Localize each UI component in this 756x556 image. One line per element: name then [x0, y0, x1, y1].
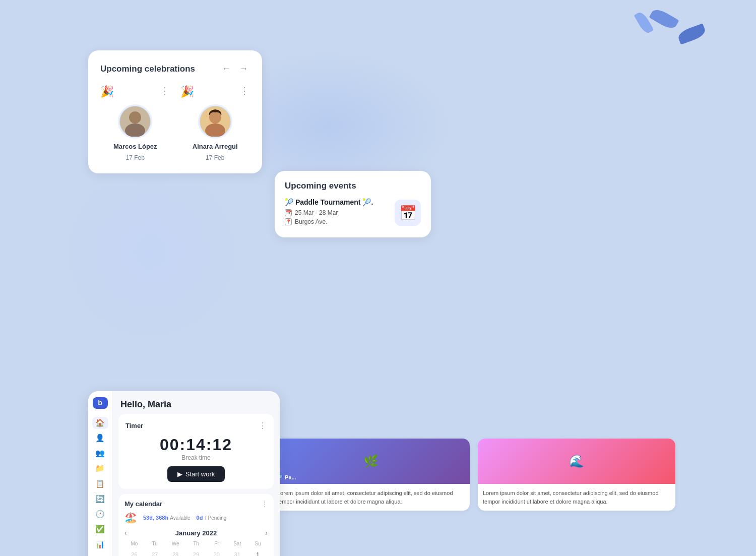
bulletin-item-2: 🌊 Lorem ipsum dolor sit amet, consectetu…	[478, 439, 675, 511]
cal-day[interactable]: 30	[211, 548, 223, 556]
day-header-tu: Tu	[145, 540, 165, 547]
cal-next-btn[interactable]: ›	[265, 529, 268, 537]
sidebar-item-home[interactable]: 🏠	[92, 417, 108, 429]
app-header: Hello, Maria	[112, 391, 280, 414]
celebrations-prev[interactable]: ←	[220, 63, 233, 75]
svg-point-4	[209, 111, 221, 123]
event-calendar-badge: 📅	[395, 200, 421, 226]
stat-available: Available	[170, 515, 190, 521]
celebrations-nav: ← →	[220, 63, 250, 75]
decorative-leaf-2	[676, 23, 707, 44]
calendar-stats: 🏖️ 53d, 368h Available 0d ℹ Pending	[124, 512, 268, 524]
stat-pending-label: Pending	[208, 515, 227, 521]
calendar-nav: ‹ January 2022 ›	[124, 529, 268, 537]
start-work-label: Start work	[185, 470, 215, 478]
bulletin-item-1: 🌿 🎾 Pa... Lorem ipsum dolor sit amet, co…	[272, 439, 470, 511]
person-menu-2[interactable]: ⋮	[240, 85, 250, 96]
celebrations-next[interactable]: →	[237, 63, 250, 75]
info-icon: ℹ	[205, 515, 207, 521]
day-header-th: Th	[186, 540, 206, 547]
party-icon-1: 🎉	[100, 85, 114, 98]
events-card: Upcoming events 🎾 Paddle Tournament 🎾. 📅…	[275, 171, 431, 237]
event-name: 🎾 Paddle Tournament 🎾.	[285, 198, 389, 206]
sidebar-item-files[interactable]: 📁	[92, 462, 108, 474]
sidebar-item-team[interactable]: 👥	[92, 447, 108, 459]
timer-menu[interactable]: ⋮	[259, 421, 267, 430]
main-container: Upcoming celebrations ← → 🎉 ⋮	[0, 0, 756, 556]
event-info: 🎾 Paddle Tournament 🎾. 📅 25 Mar - 28 Mar…	[285, 198, 389, 227]
stat-pending-days: 0d	[197, 515, 203, 521]
start-work-button[interactable]: ▶ Start work	[167, 466, 225, 482]
timer-display: 00:14:12	[125, 436, 267, 454]
celebrations-people: 🎉 ⋮ Marcos López 17 Feb 🎉 ⋮	[100, 85, 250, 161]
person-date-1: 17 Feb	[126, 154, 145, 161]
stat-days: 53d, 368h	[143, 515, 168, 521]
person-card-top-2: 🎉 ⋮	[180, 85, 250, 98]
day-header-mo: Mo	[124, 540, 144, 547]
person-card-1: 🎉 ⋮ Marcos López 17 Feb	[100, 85, 170, 161]
stat-pending-group: 0d ℹ Pending	[197, 515, 227, 521]
celebrations-title: Upcoming celebrations	[100, 64, 195, 74]
bulletin-text-2: Lorem ipsum dolor sit amet, consectetur …	[478, 484, 675, 511]
sidebar-item-time[interactable]: 🕐	[92, 508, 108, 520]
cal-day[interactable]: 27	[149, 548, 161, 556]
timer-section: Timer ⋮ 00:14:12 Break time ▶ Start work	[118, 414, 274, 489]
timer-header: Timer ⋮	[125, 421, 267, 430]
person-menu-1[interactable]: ⋮	[160, 85, 170, 96]
timer-subtitle: Break time	[125, 454, 267, 461]
event-date-range: 25 Mar - 28 Mar	[295, 209, 338, 216]
cal-day[interactable]: 26	[128, 548, 140, 556]
bulletin-image-icon-2: 🌊	[569, 454, 584, 468]
person-avatar-1	[118, 104, 152, 139]
play-icon: ▶	[177, 470, 182, 478]
calendar-section: My calendar ⋮ 🏖️ 53d, 368h Available 0d …	[118, 494, 274, 556]
bulletin-image-1: 🌿 🎾 Pa...	[272, 439, 470, 484]
bg-blob-1	[50, 151, 252, 353]
event-location-detail: 📍 Burgos Ave.	[285, 218, 389, 225]
avatar-svg-2	[200, 106, 230, 137]
day-header-fr: Fr	[207, 540, 226, 547]
decorative-leaf-1	[649, 7, 679, 31]
cal-day[interactable]: 1	[252, 548, 264, 556]
app-window: b 🏠 👤 👥 📁 📋 🔄 🕐 ✅ 📊 🎯 💬 🏖️ ⚡ 📄 🔔 👤 Hello…	[88, 391, 280, 556]
greeting-text: Hello, Maria	[120, 399, 272, 410]
cal-month: January 2022	[175, 529, 217, 537]
celebrations-card: Upcoming celebrations ← → 🎉 ⋮	[88, 50, 262, 173]
celebrations-header: Upcoming celebrations ← →	[100, 63, 250, 75]
sidebar-item-analytics[interactable]: 📊	[92, 538, 108, 550]
event-item: 🎾 Paddle Tournament 🎾. 📅 25 Mar - 28 Mar…	[285, 198, 421, 227]
timer-label: Timer	[125, 422, 143, 429]
calendar-label: My calendar	[124, 500, 162, 508]
bulletin-image-icon-1: 🌿	[363, 454, 379, 468]
bulletin-text-1: Lorem ipsum dolor sit amet, consectetur …	[272, 484, 470, 511]
bulletin-image-2: 🌊	[478, 439, 675, 484]
sidebar-item-profile[interactable]: 👤	[92, 432, 108, 444]
events-title: Upcoming events	[285, 181, 421, 191]
day-header-we: We	[166, 540, 185, 547]
cal-prev-btn[interactable]: ‹	[124, 529, 127, 537]
person-date-2: 17 Feb	[206, 154, 224, 161]
app-sidebar: b 🏠 👤 👥 📁 📋 🔄 🕐 ✅ 📊 🎯 💬 🏖️ ⚡ 📄 🔔 👤	[88, 391, 112, 556]
event-date-detail: 📅 25 Mar - 28 Mar	[285, 209, 389, 216]
sidebar-item-goals[interactable]: 🎯	[92, 554, 108, 556]
sidebar-item-reports[interactable]: 📋	[92, 478, 108, 490]
cal-day[interactable]: 29	[190, 548, 202, 556]
party-icon-2: 🎉	[180, 85, 194, 98]
sidebar-item-tasks[interactable]: ✅	[92, 523, 108, 535]
vacation-stat-icon: 🏖️	[124, 512, 137, 524]
person-card-top-1: 🎉 ⋮	[100, 85, 170, 98]
person-name-1: Marcos López	[113, 143, 157, 150]
person-card-2: 🎉 ⋮ Ainara Arregui 17 Feb	[180, 85, 250, 161]
calendar-badge-icon: 📅	[399, 205, 417, 221]
calendar-menu[interactable]: ⋮	[262, 501, 268, 508]
avatar-svg-1	[120, 106, 150, 137]
app-content: Hello, Maria Timer ⋮ 00:14:12 Break time…	[112, 391, 280, 556]
person-avatar-2	[198, 104, 232, 139]
person-name-2: Ainara Arregui	[193, 143, 238, 150]
day-header-sat: Sat	[227, 540, 247, 547]
app-logo: b	[93, 397, 108, 409]
cal-day[interactable]: 28	[169, 548, 181, 556]
sidebar-item-sync[interactable]: 🔄	[92, 493, 108, 505]
cal-grid: Mo Tu We Th Fr Sat Su 26 27 28 29 30 31 …	[124, 540, 268, 556]
cal-day[interactable]: 31	[231, 548, 243, 556]
